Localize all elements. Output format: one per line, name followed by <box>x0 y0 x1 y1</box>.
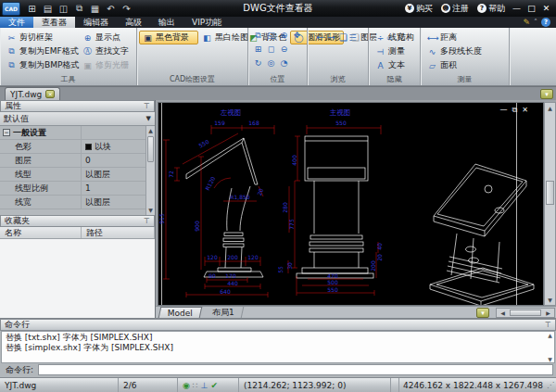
forward-icon[interactable]: → <box>328 32 335 43</box>
pin-icon[interactable]: ⊤ <box>144 217 150 225</box>
canvas-vertical-scrollbar[interactable]: ▲ ▼ <box>544 102 556 306</box>
grid-icon[interactable]: ∷ <box>193 381 198 390</box>
scroll-right-icon[interactable]: ▶ <box>542 309 554 317</box>
property-row-lineweight[interactable]: 线宽以图层 <box>0 196 155 209</box>
hide-text-button[interactable]: A文本 <box>372 58 420 72</box>
open-file-icon[interactable]: ▤ <box>40 4 56 14</box>
tab-viewer[interactable]: 查看器 <box>33 17 75 28</box>
buy-button[interactable]: ¥购买 <box>402 3 436 15</box>
cad-canvas[interactable]: 左视图 159 168 550 72 R120 R1,850 20 915 90… <box>158 102 544 306</box>
page-jump-icon[interactable]: ❏ <box>339 32 348 43</box>
svg-text:550: 550 <box>335 120 347 126</box>
ortho-icon[interactable]: ⊥ <box>201 381 208 390</box>
property-group-row[interactable]: −一般设置 <box>0 126 155 140</box>
help-button[interactable]: ?帮助 <box>474 3 508 15</box>
pan-hand-icon[interactable]: ✥ <box>291 31 304 44</box>
scroll-down-icon[interactable]: ▼ <box>146 206 155 215</box>
bmp-file-icon: ⧉ <box>6 60 17 70</box>
collapse-ribbon-icon[interactable]: ˄ <box>534 19 537 27</box>
preset-dropdown[interactable]: 默认值▼ <box>0 112 155 126</box>
app-logo[interactable]: CAD <box>2 2 20 16</box>
zoom-scale-icon[interactable]: ◔ <box>278 58 291 72</box>
close-button[interactable]: ✕ <box>540 4 552 13</box>
zoom-extents-icon[interactable]: ◻ <box>265 44 278 58</box>
collapse-icon[interactable]: − <box>3 129 10 136</box>
hide-measure-button[interactable]: ⊣测量 <box>372 44 420 58</box>
pencil-icon[interactable]: ✎ <box>523 18 530 27</box>
scroll-left-icon[interactable]: ◀ <box>497 309 509 317</box>
zoom-selection-icon[interactable]: ◱ <box>265 31 278 44</box>
pin-icon[interactable]: ⊤ <box>545 321 551 329</box>
register-button[interactable]: ☻注册 <box>438 3 472 15</box>
scroll-thumb[interactable] <box>147 136 154 162</box>
property-grid-scrollbar[interactable]: ▲ ▼ <box>145 126 155 215</box>
black-background-toggle[interactable]: ▣黑色背景 <box>139 31 198 44</box>
trim-raster-button[interactable]: ▣修剪光栅 <box>79 58 136 72</box>
new-file-icon[interactable]: ⊞ <box>24 4 40 14</box>
measure-distance-button[interactable]: ⟷距离 <box>423 31 509 44</box>
tab-editor[interactable]: 编辑器 <box>75 17 117 28</box>
sheet-list-chevron-icon[interactable]: ▾ <box>476 308 489 318</box>
mdi-minimize-icon[interactable]: — <box>500 106 508 115</box>
scroll-thumb[interactable] <box>510 310 541 316</box>
scroll-up-icon[interactable]: ▲ <box>545 103 555 113</box>
model-tab[interactable]: Model <box>158 307 203 318</box>
rotate-view-icon[interactable]: ↻ <box>252 58 265 72</box>
find-text-button[interactable]: Ⓐ查找文字 <box>79 44 136 58</box>
hide-linewidth-button[interactable]: ÷线宽 <box>372 31 420 44</box>
maximize-button[interactable]: □ <box>525 4 537 13</box>
zoom-out-icon[interactable]: ⊖ <box>278 44 291 58</box>
scroll-up-icon[interactable]: ▲ <box>546 332 554 338</box>
regen-icon[interactable]: ◉ <box>183 381 190 390</box>
save-as-icon[interactable]: ⧉ <box>71 3 87 14</box>
ruler-icon: ⊣ <box>375 47 385 57</box>
property-row-ltscale[interactable]: 线型比例1 <box>0 182 155 196</box>
close-document-icon[interactable]: ✕ <box>45 90 55 98</box>
tab-advanced[interactable]: 高级 <box>117 17 150 28</box>
favorites-list[interactable] <box>0 239 155 318</box>
tab-output[interactable]: 输出 <box>150 17 183 28</box>
help-circle-icon[interactable]: ? <box>541 18 550 27</box>
document-tab[interactable]: YJT.dwg ✕ <box>5 87 60 100</box>
scroll-up-icon[interactable]: ▲ <box>146 126 155 135</box>
scroll-down-icon[interactable]: ▼ <box>545 295 555 305</box>
page-jump2-icon[interactable]: ❏ <box>351 32 360 43</box>
zoom-window-icon[interactable]: ⧉ <box>252 31 265 44</box>
zoom-in-icon[interactable]: ⊕ <box>278 31 291 44</box>
tab-vip[interactable]: VIP功能 <box>183 17 230 28</box>
canvas-horizontal-scrollbar[interactable]: ◀ ▶ <box>496 308 555 318</box>
mdi-restore-icon[interactable]: ⧉ <box>512 106 518 115</box>
copy-emf-button[interactable]: ⧉复制为EMF格式 <box>3 44 79 58</box>
measure-polyline-button[interactable]: ∿多段线长度 <box>423 44 509 58</box>
copy-view-icon[interactable]: ⊞ <box>252 44 265 58</box>
back-icon[interactable]: ← <box>316 32 323 43</box>
zoom-prev-icon[interactable]: ◎ <box>265 58 278 72</box>
draft-check-icon[interactable]: ✔ <box>210 381 218 390</box>
resize-grip[interactable]: ⋰ <box>547 381 556 389</box>
save-icon[interactable]: ◫ <box>56 4 71 14</box>
command-scrollbar[interactable]: ▲ ▼ <box>546 332 554 362</box>
command-history[interactable]: 替换 [txt.shx] 字体为 [SIMPLEX.SHX] 替换 [simpl… <box>1 331 555 363</box>
cut-frame-button[interactable]: ✂剪切框架 <box>3 31 79 44</box>
redo-icon[interactable]: ↷ <box>119 4 134 14</box>
property-row-layer[interactable]: 图层0 <box>0 154 155 168</box>
measure-area-button[interactable]: ▱面积 <box>423 58 509 72</box>
undo-icon[interactable]: ↶ <box>103 4 119 14</box>
scroll-down-icon[interactable]: ▼ <box>546 356 554 362</box>
print-icon[interactable]: ▦ <box>87 4 103 14</box>
scroll-thumb[interactable] <box>546 181 554 205</box>
tab-list-chevron-icon[interactable]: ▾ <box>540 89 553 99</box>
column-path[interactable]: 路径 <box>82 227 155 238</box>
layout1-tab[interactable]: 布局1 <box>204 307 244 318</box>
command-input[interactable] <box>38 364 553 375</box>
property-row-color[interactable]: 色彩 以块 <box>0 140 155 154</box>
column-name[interactable]: 名称 <box>0 227 82 238</box>
minimize-button[interactable]: — <box>511 4 523 13</box>
copy-bmp-button[interactable]: ⧉复制为BMP格式 <box>3 58 79 72</box>
mdi-close-icon[interactable]: ✕ <box>522 106 528 115</box>
pin-icon[interactable]: ⊤ <box>144 102 150 110</box>
show-point-button[interactable]: ⊕显示点 <box>79 31 136 44</box>
property-row-linetype[interactable]: 线型以图层 <box>0 168 155 182</box>
black-white-drawing-button[interactable]: ◧黑白绘图 <box>198 31 245 44</box>
tab-file[interactable]: 文件 <box>0 17 33 28</box>
